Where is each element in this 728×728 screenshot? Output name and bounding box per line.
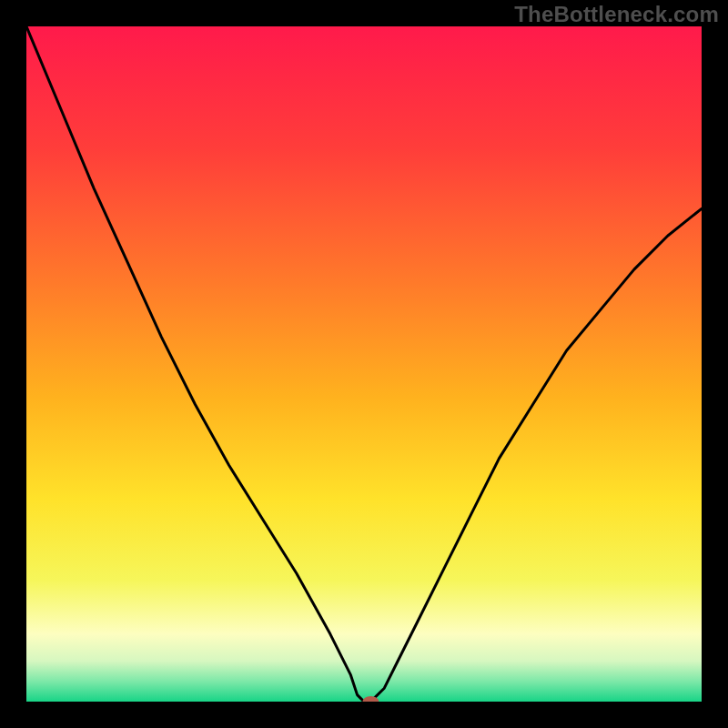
watermark-text: TheBottleneck.com [514, 2, 719, 27]
plot-area [26, 26, 702, 702]
chart-svg [26, 26, 702, 702]
chart-frame: TheBottleneck.com [0, 0, 728, 728]
gradient-background [26, 26, 702, 702]
